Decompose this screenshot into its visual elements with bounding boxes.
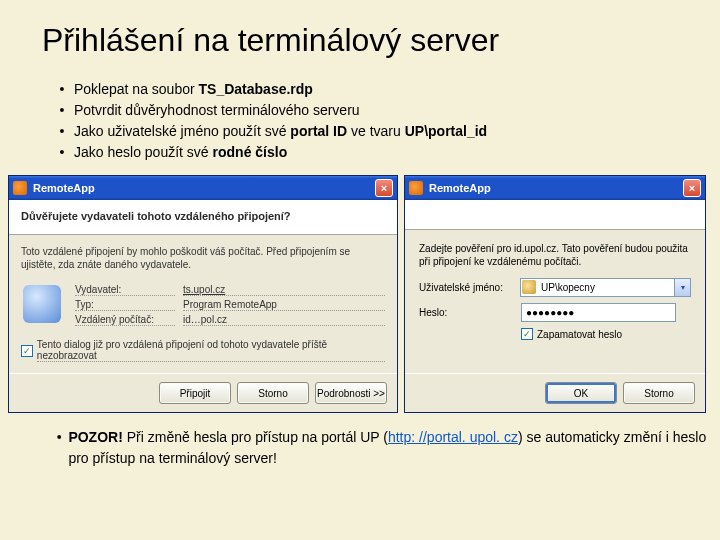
computer-icon [23,285,61,323]
bullet-item: • Jako uživatelské jméno použít své port… [50,121,720,142]
remember-label: Zapamatovat heslo [537,329,622,340]
footer-note: • POZOR! Při změně hesla pro přístup na … [50,427,720,469]
user-icon [522,280,536,294]
titlebar-text: RemoteApp [429,182,491,194]
username-field[interactable] [520,278,691,297]
dont-show-checkbox[interactable]: ✓ [21,345,33,357]
close-icon[interactable]: × [683,179,701,197]
remember-password-checkbox[interactable]: ✓ [521,328,533,340]
cancel-button[interactable]: Storno [237,382,309,404]
details-button[interactable]: Podrobnosti >> [315,382,387,404]
slide-title: Přihlášení na terminálový server [0,0,720,59]
info-table: Vydavatel:ts.upol.cz Typ:Program RemoteA… [75,281,385,329]
cancel-button[interactable]: Storno [623,382,695,404]
password-label: Heslo: [419,307,521,318]
app-icon [13,181,27,195]
connect-button[interactable]: Připojit [159,382,231,404]
publisher-link[interactable]: ts.upol.cz [183,284,385,296]
dialog-question: Důvěřujete vydavateli tohoto vzdáleného … [21,210,385,222]
titlebar[interactable]: RemoteApp × [405,176,705,200]
close-icon[interactable]: × [375,179,393,197]
checkbox-label: Tento dialog již pro vzdálená připojení … [37,339,385,362]
credentials-description: Zadejte pověření pro id.upol.cz. Tato po… [419,242,691,268]
username-label: Uživatelské jméno: [419,282,520,293]
password-field[interactable] [521,303,676,322]
portal-link[interactable]: http: //portal. upol. cz [388,429,518,445]
bullet-list: • Poklepat na soubor TS_Database.rdp • P… [50,79,720,163]
button-bar: Připojit Storno Podrobnosti >> [9,373,397,412]
ok-button[interactable]: OK [545,382,617,404]
titlebar-text: RemoteApp [33,182,95,194]
dialog-banner [405,200,705,230]
bullet-item: • Potvrdit důvěryhodnost terminálového s… [50,100,720,121]
bullet-item: • Poklepat na soubor TS_Database.rdp [50,79,720,100]
credentials-dialog: RemoteApp × Zadejte pověření pro id.upol… [404,175,706,413]
app-icon [409,181,423,195]
titlebar[interactable]: RemoteApp × [9,176,397,200]
chevron-down-icon[interactable]: ▾ [674,279,690,296]
trust-dialog: RemoteApp × Důvěřujete vydavateli tohoto… [8,175,398,413]
dialog-description: Toto vzdálené připojení by mohlo poškodi… [21,245,385,271]
dialog-banner: Důvěřujete vydavateli tohoto vzdáleného … [9,200,397,235]
button-bar: OK Storno [405,373,705,412]
bullet-item: • Jako heslo použít své rodné číslo [50,142,720,163]
